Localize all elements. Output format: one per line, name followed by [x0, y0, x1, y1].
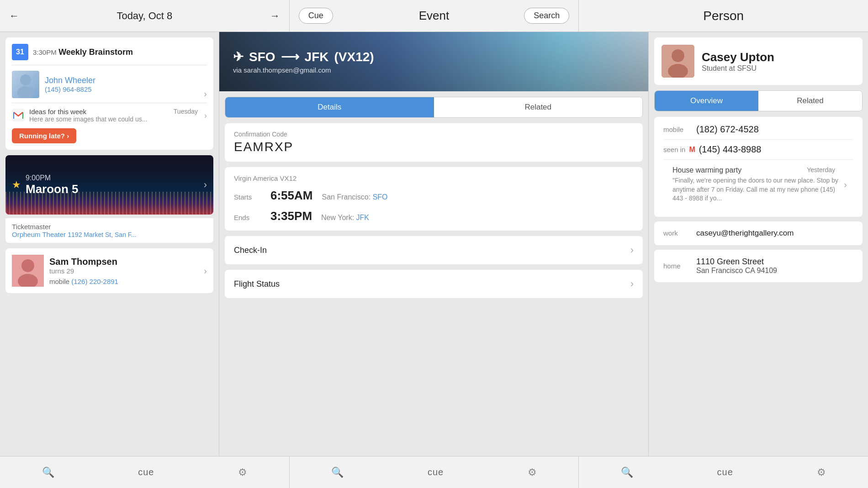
center-panel: ✈ SFO ⟶ JFK (VX12) via sarah.thompsen@gm… [219, 32, 649, 456]
right-panel: Casey Upton Student at SFSU Overview Rel… [649, 32, 868, 456]
birthday-name: Sam Thompsen [49, 257, 118, 267]
calendar-icon: 31 [12, 44, 28, 60]
search-button[interactable]: Search [524, 8, 569, 24]
starts-airport[interactable]: SFO [373, 193, 388, 201]
gear-icon-right[interactable]: ⚙ [817, 467, 826, 478]
plane-icon: ✈ [233, 49, 243, 64]
event-time: 3:30PM [33, 48, 57, 56]
checkin-label: Check-In [234, 246, 267, 255]
email-subject: Ideas for this week [29, 108, 147, 115]
birthday-card[interactable]: Sam Thompsen turns 29 mobile (126) 220-2… [5, 248, 213, 293]
tab-related[interactable]: Related [434, 97, 643, 117]
cue-logo-right[interactable]: cue [717, 467, 733, 478]
flight-times: Starts 6:55AM San Francisco: SFO Ends 3:… [234, 189, 634, 223]
gear-icon-center[interactable]: ⚙ [528, 467, 537, 478]
email-date: Tuesday [174, 108, 198, 115]
person-section: Person [579, 0, 868, 31]
person-name: Casey Upton [702, 50, 774, 64]
flight-email: via sarah.thompsen@gmail.com [233, 66, 374, 74]
seen-in-row: seen in M (145) 443-8988 [663, 139, 853, 155]
flight-header: ✈ SFO ⟶ JFK (VX12) via sarah.thompsen@gm… [219, 32, 648, 91]
card-chevron-icon: › [204, 89, 207, 99]
person-job-title: Student at SFSU [702, 64, 774, 73]
contact-details: John Wheeler (145) 964-8825 [45, 76, 95, 93]
forward-arrow[interactable]: → [270, 10, 280, 22]
work-email-card: work caseyu@therightgallery.com [654, 221, 863, 245]
starts-label: Starts [234, 193, 261, 201]
home-address-line1: 1110 Green Street [696, 257, 777, 267]
person-tabs: Overview Related [654, 90, 863, 111]
tab-overview[interactable]: Overview [655, 91, 758, 111]
concert-artist: Maroon 5 [26, 182, 79, 196]
contact-name[interactable]: John Wheeler [45, 76, 95, 85]
top-navigation: ← Today, Oct 8 → Cue Event Search Person [0, 0, 868, 32]
back-arrow[interactable]: ← [9, 10, 19, 22]
seen-value[interactable]: (145) 443-8988 [699, 144, 762, 155]
flight-route-main: ✈ SFO ⟶ JFK (VX12) [233, 49, 374, 64]
ends-city: New York: JFK [321, 214, 369, 222]
bottom-navigation: 🔍 cue ⚙ 🔍 cue ⚙ 🔍 cue ⚙ [0, 456, 868, 488]
confirmation-code: EAMRXP [234, 140, 634, 154]
concert-card[interactable]: ★ 9:00PM Maroon 5 › [5, 155, 213, 215]
birthday-chevron-icon: › [204, 266, 207, 276]
concert-details: Ticketmaster Orpheum Theater 1192 Market… [5, 218, 213, 243]
person-info: Casey Upton Student at SFSU [702, 50, 774, 73]
bottom-right-section: 🔍 cue ⚙ [579, 457, 868, 488]
work-email[interactable]: caseyu@therightgallery.com [696, 229, 794, 238]
person-title: Person [703, 9, 744, 23]
airline-name: Virgin America VX12 [234, 174, 634, 182]
checkin-row[interactable]: Check-In › [225, 236, 643, 264]
email-preview-card[interactable]: House warming party Yesterday "Finally, … [663, 160, 853, 210]
birthday-info: Sam Thompsen turns 29 mobile (126) 220-2… [49, 257, 118, 285]
flight-arrow-icon: ⟶ [281, 49, 299, 64]
concert-info: 9:00PM Maroon 5 [26, 174, 79, 196]
flight-status-row[interactable]: Flight Status › [225, 270, 643, 298]
venue-name[interactable]: Orpheum Theater [12, 231, 66, 238]
event-card-header: 31 3:30PM Weekly Brainstorm [12, 44, 207, 60]
mobile-row: mobile (182) 672-4528 [663, 124, 853, 135]
email-preview-body: "Finally, we're opening the doors to our… [672, 176, 844, 203]
svg-point-7 [672, 49, 684, 62]
concert-time: 9:00PM [26, 174, 79, 182]
email-preview-date: Yesterday [807, 166, 835, 173]
ends-airport[interactable]: JFK [356, 214, 369, 221]
home-address-card: home 1110 Green Street San Francisco CA … [654, 250, 863, 282]
tab-related-person[interactable]: Related [758, 91, 862, 111]
gear-icon-left[interactable]: ⚙ [238, 467, 247, 478]
search-icon-right[interactable]: 🔍 [621, 467, 633, 478]
event-title: Weekly Brainstorm [58, 47, 133, 57]
search-icon-center[interactable]: 🔍 [331, 467, 344, 478]
brainstorm-event-card[interactable]: 31 3:30PM Weekly Brainstorm › [5, 37, 213, 150]
mobile-value[interactable]: (182) 672-4528 [696, 124, 759, 135]
svg-point-4 [21, 259, 34, 272]
concert-content: ★ 9:00PM Maroon 5 [5, 155, 213, 215]
mobile-label: mobile [663, 126, 691, 133]
home-label: home [663, 262, 691, 270]
venue-seller: Ticketmaster [12, 223, 51, 231]
seen-in-label: seen in [663, 146, 685, 153]
person-photo [662, 45, 694, 78]
birthday-phone[interactable]: (126) 220-2891 [71, 278, 118, 285]
departure-row: Starts 6:55AM San Francisco: SFO [234, 189, 634, 203]
cue-logo-center[interactable]: cue [428, 467, 444, 478]
birthday-age: turns 29 [49, 267, 118, 275]
contact-phone[interactable]: (145) 964-8825 [45, 85, 95, 93]
cue-button-left[interactable]: Cue [299, 8, 333, 24]
home-address-row: home 1110 Green Street San Francisco CA … [663, 257, 853, 275]
svg-point-0 [20, 74, 31, 85]
running-late-button[interactable]: Running late? › [12, 128, 76, 143]
ends-time: 3:35PM [270, 209, 312, 223]
tab-details[interactable]: Details [225, 97, 434, 117]
gmail-icon [12, 109, 25, 121]
gmail-seen-icon: M [689, 146, 695, 154]
confirmation-card: Confirmation Code EAMRXP [225, 123, 643, 162]
search-icon-left[interactable]: 🔍 [42, 467, 54, 478]
event-section: Cue Event Search [290, 0, 579, 31]
cue-logo-left[interactable]: cue [138, 467, 154, 478]
event-title: Event [419, 9, 450, 23]
email-chevron-icon: › [204, 110, 207, 120]
email-preview: Here are some images that we could us... [29, 115, 147, 123]
bottom-left-section: 🔍 cue ⚙ [0, 457, 290, 488]
bottom-center-section: 🔍 cue ⚙ [290, 457, 579, 488]
flight-dest: JFK [305, 50, 329, 64]
